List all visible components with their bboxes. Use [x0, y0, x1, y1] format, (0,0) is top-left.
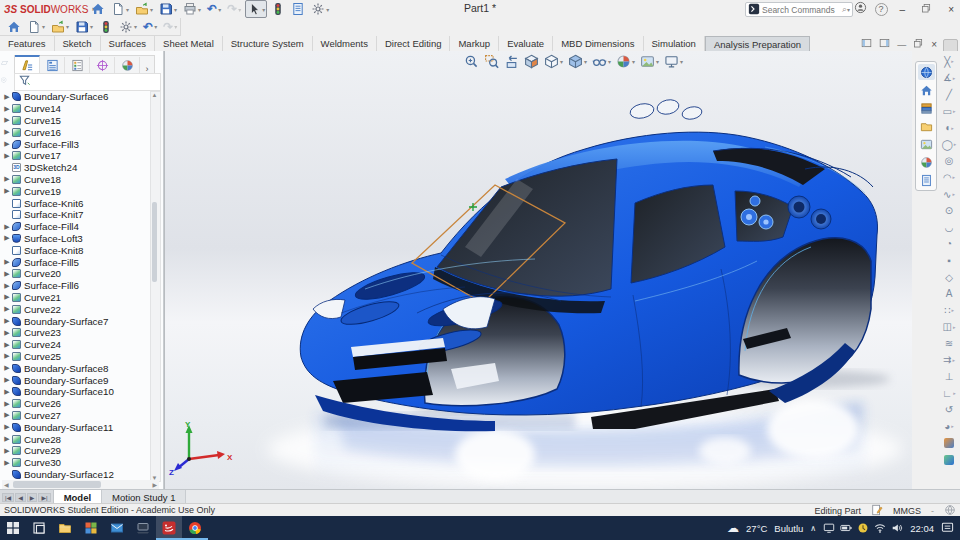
tree-item-surface-fill4[interactable]: ▶Surface-Fill4	[2, 221, 150, 233]
new-document-button[interactable]: ▾	[109, 0, 131, 18]
expand-arrow-icon[interactable]: ▶	[2, 140, 12, 148]
add-relation-icon[interactable]: ∟▸	[939, 385, 959, 402]
view-settings-button[interactable]: ▾	[663, 53, 684, 70]
tree-item-curve22[interactable]: ▶Curve22	[2, 303, 150, 315]
doc-pane-left-button[interactable]	[860, 38, 873, 51]
previous-view-button[interactable]	[503, 53, 520, 70]
expand-arrow-icon[interactable]: ▶	[2, 341, 12, 349]
help-icon[interactable]: ?	[875, 3, 888, 16]
edit-appearance-icon[interactable]	[939, 435, 959, 452]
weather-temp[interactable]: 27°C	[746, 523, 767, 534]
task-pane-view-palette-icon[interactable]	[918, 136, 935, 152]
scroll-left-arrow[interactable]: ◀	[2, 481, 11, 488]
home-button[interactable]	[5, 18, 23, 36]
apply-scene-button[interactable]: ▾	[639, 53, 660, 70]
undo-button[interactable]: ↶▾	[205, 0, 223, 18]
mirror-entities-icon[interactable]: ◫▸	[939, 319, 959, 336]
doc-restore-button[interactable]	[912, 38, 925, 51]
ribbon-tab-direct-editing[interactable]: Direct Editing	[377, 36, 451, 51]
expand-arrow-icon[interactable]: ▶	[2, 128, 12, 136]
units-selector[interactable]: MMGS	[893, 506, 921, 516]
tree-item-curve24[interactable]: ▶Curve24	[2, 339, 150, 351]
action-center-icon[interactable]	[941, 521, 954, 536]
model-nav-3[interactable]: ▶|	[38, 493, 50, 502]
tree-item-surface-knit8[interactable]: Surface-Knit8	[2, 244, 150, 256]
tree-item-surface-loft3[interactable]: ▶Surface-Loft3	[2, 233, 150, 245]
tree-item-surface-fill5[interactable]: ▶Surface-Fill5	[2, 256, 150, 268]
view-orientation-button[interactable]: ▾	[543, 53, 564, 70]
doc-pane-right-button[interactable]	[878, 38, 891, 51]
centerpoint-arc-icon[interactable]: ◠▸	[939, 169, 959, 186]
expand-arrow-icon[interactable]: ▶	[2, 400, 12, 408]
tree-item-boundary-surface7[interactable]: ▶Boundary-Surface7	[2, 315, 150, 327]
doc-close-button[interactable]: ×	[930, 39, 938, 50]
taskbar-steam[interactable]	[130, 516, 156, 540]
expand-arrow-icon[interactable]: ▶	[2, 187, 12, 195]
tree-item-curve19[interactable]: ▶Curve19	[2, 185, 150, 197]
tree-item-3dsketch24[interactable]: 3D3DSketch24	[2, 162, 150, 174]
options-button[interactable]: ▾	[309, 0, 331, 18]
options-button[interactable]: ▾	[117, 18, 139, 36]
zoom-to-fit-button[interactable]	[463, 53, 480, 70]
expand-arrow-icon[interactable]: ▶	[2, 258, 12, 266]
panel-tab-featuremanager[interactable]	[15, 55, 40, 74]
tray-chevron-icon[interactable]: ∧	[810, 524, 816, 533]
expand-arrow-icon[interactable]: ▶	[2, 411, 12, 419]
repair-sketch-icon[interactable]: ↺	[939, 401, 959, 418]
tray-battery-icon[interactable]	[840, 522, 852, 534]
filter-icon[interactable]	[18, 73, 31, 91]
tree-item-surface-knit7[interactable]: Surface-Knit7	[2, 209, 150, 221]
tree-item-boundary-surface12[interactable]: Boundary-Surface12	[2, 469, 150, 481]
panel-tab-displaymanager[interactable]	[115, 57, 140, 74]
tree-filter-bar[interactable]	[14, 73, 161, 91]
model-nav-1[interactable]: ◀	[15, 493, 26, 502]
rebuild-button[interactable]	[269, 0, 287, 18]
car-model[interactable]: Y X Z	[165, 51, 913, 489]
undo-button[interactable]: ↶▾	[141, 18, 159, 36]
expand-arrow-icon[interactable]: ▶	[2, 175, 12, 183]
search-input[interactable]	[760, 4, 842, 16]
zoom-to-area-button[interactable]	[483, 53, 500, 70]
tree-vertical-scrollbar[interactable]: ▲ ▼	[150, 91, 161, 482]
expand-arrow-icon[interactable]: ▶	[2, 93, 12, 101]
tree-item-curve27[interactable]: ▶Curve27	[2, 410, 150, 422]
expand-arrow-icon[interactable]: ▶	[2, 435, 12, 443]
expand-arrow-icon[interactable]: ▶	[2, 317, 12, 325]
corner-rectangle-icon[interactable]: ▭▸	[939, 103, 959, 120]
tree-item-curve20[interactable]: ▶Curve20	[2, 268, 150, 280]
tray-wifi-icon[interactable]	[874, 522, 886, 534]
expand-arrow-icon[interactable]: ▶	[2, 329, 12, 337]
sketch-picture-icon[interactable]	[939, 451, 959, 468]
expand-arrow-icon[interactable]: ▶	[2, 282, 12, 290]
expand-arrow-icon[interactable]: ▶	[2, 152, 12, 160]
tree-horizontal-scrollbar[interactable]: ◀ ▶	[2, 480, 159, 489]
ribbon-tab-sheet-metal[interactable]: Sheet Metal	[155, 36, 223, 51]
ribbon-tab-markup[interactable]: Markup	[450, 36, 499, 51]
line-icon[interactable]: ╱	[939, 86, 959, 103]
expand-arrow-icon[interactable]: ▶	[2, 293, 12, 301]
display-delete-relations-icon[interactable]: ⊥	[939, 368, 959, 385]
expand-arrow-icon[interactable]: ▶	[2, 305, 12, 313]
tree-item-boundary-surface11[interactable]: ▶Boundary-Surface11	[2, 421, 150, 433]
model-tab-model[interactable]: Model	[54, 490, 102, 504]
hide-show-items-button[interactable]: ▾	[591, 53, 612, 70]
tree-item-curve14[interactable]: ▶Curve14	[2, 103, 150, 115]
ribbon-tab-mbd-dimensions[interactable]: MBD Dimensions	[553, 36, 643, 51]
open-button[interactable]: ▾	[133, 0, 155, 18]
straight-slot-icon[interactable]: ◖▸	[939, 119, 959, 136]
task-pane-3dexperience-marketplace-icon[interactable]	[918, 64, 935, 80]
taskbar-chrome[interactable]	[182, 516, 208, 540]
tray-volume-icon[interactable]	[891, 522, 903, 534]
expand-arrow-icon[interactable]: ▶	[2, 447, 12, 455]
restore-button[interactable]	[917, 3, 936, 16]
close-button[interactable]: ×	[944, 4, 958, 15]
expand-arrow-icon[interactable]: ▶	[2, 223, 12, 231]
point-icon[interactable]: ▪	[939, 252, 959, 269]
spline-icon[interactable]: ∿▸	[939, 186, 959, 203]
ribbon-tab-analysis-preparation[interactable]: Analysis Preparation	[705, 36, 810, 52]
user-account-icon[interactable]	[854, 0, 867, 18]
tree-scroll-thumb[interactable]	[152, 202, 157, 282]
print-button[interactable]: ▾	[181, 0, 203, 18]
model-nav-0[interactable]: |◀	[2, 493, 14, 502]
ellipse-icon[interactable]: ⊙	[939, 202, 959, 219]
